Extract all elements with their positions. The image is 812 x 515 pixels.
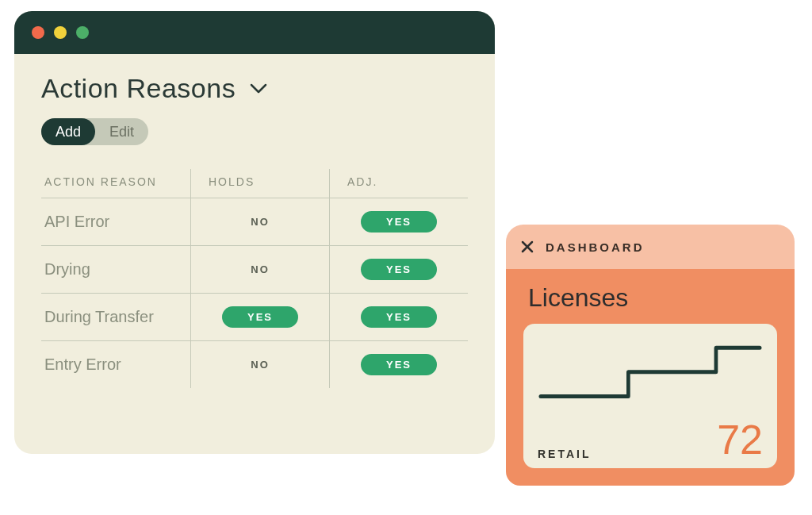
col-header-reason: ACTION REASON [41, 169, 191, 198]
tab-edit[interactable]: Edit [95, 118, 148, 145]
chevron-down-icon[interactable] [250, 83, 267, 94]
dashboard-card: DASHBOARD Licenses RETAIL 72 [506, 225, 795, 486]
close-icon[interactable] [520, 240, 534, 254]
no-badge: NO [222, 354, 298, 375]
adj-cell: YES [330, 246, 469, 294]
minimize-icon[interactable] [54, 26, 67, 39]
chart-metric-label: RETAIL [538, 448, 592, 460]
titlebar [14, 11, 495, 54]
yes-badge: YES [361, 259, 437, 280]
table-row[interactable]: API ErrorNOYES [41, 198, 468, 246]
table-row[interactable]: Entry ErrorNOYES [41, 341, 468, 389]
table-row[interactable]: DryingNOYES [41, 246, 468, 294]
holds-cell: NO [191, 198, 330, 246]
yes-badge: YES [361, 211, 437, 233]
step-line-chart [538, 336, 763, 424]
licenses-title: Licenses [528, 283, 777, 313]
reasons-table: ACTION REASON HOLDS ADJ. API ErrorNOYESD… [41, 169, 468, 388]
table-row[interactable]: During TransferYESYES [41, 294, 468, 341]
page-title: Action Reasons [41, 73, 236, 104]
maximize-icon[interactable] [76, 26, 89, 39]
yes-badge: YES [361, 306, 437, 328]
mode-toggle[interactable]: Add Edit [41, 118, 148, 145]
no-badge: NO [222, 259, 298, 280]
adj-cell: YES [330, 198, 469, 246]
yes-badge: YES [361, 354, 437, 375]
col-header-adj: ADJ. [330, 169, 469, 198]
chart-metric-value: 72 [717, 419, 763, 460]
col-header-holds: HOLDS [191, 169, 330, 198]
holds-cell: NO [191, 341, 330, 389]
adj-cell: YES [330, 294, 469, 341]
reason-cell: Drying [41, 246, 191, 294]
main-window: Action Reasons Add Edit ACTION REASON HO… [14, 11, 495, 454]
yes-badge: YES [222, 306, 298, 328]
dashboard-body: Licenses RETAIL 72 [506, 269, 795, 486]
holds-cell: YES [191, 294, 330, 341]
dashboard-header-label: DASHBOARD [546, 240, 645, 254]
reason-cell: During Transfer [41, 294, 191, 341]
holds-cell: NO [191, 246, 330, 294]
tab-add[interactable]: Add [41, 118, 95, 145]
no-badge: NO [222, 211, 298, 233]
reason-cell: API Error [41, 198, 191, 246]
reason-cell: Entry Error [41, 341, 191, 389]
licenses-chart-card: RETAIL 72 [523, 324, 777, 468]
dashboard-header: DASHBOARD [506, 225, 795, 269]
adj-cell: YES [330, 341, 469, 389]
page-title-row: Action Reasons [14, 54, 495, 110]
close-icon[interactable] [32, 26, 44, 39]
